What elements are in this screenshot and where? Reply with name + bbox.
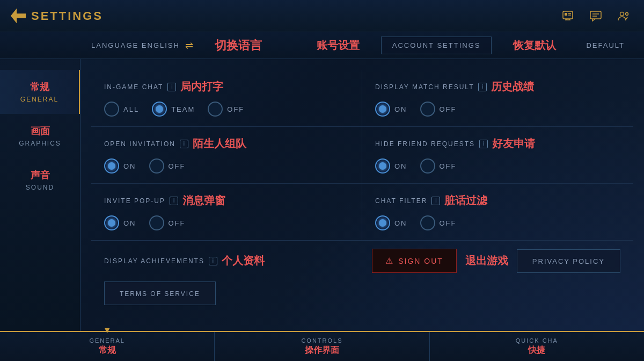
in-game-chat-label: IN-GAME CHAT [104, 83, 163, 91]
language-label: LANGUAGE ENGLISH [91, 41, 180, 49]
radio-invitation-off[interactable]: OFF [149, 158, 186, 174]
radio-invitation-on[interactable]: ON [104, 158, 136, 174]
radio-display-off-label: OFF [440, 105, 457, 113]
hide-friend-annotation: 好友申请 [492, 136, 535, 151]
display-match-result-cell: DISPLAY MATCH RESULT i 历史战绩 ON OFF [362, 70, 633, 127]
hide-friend-info[interactable]: i [479, 140, 488, 148]
language-switch-icon: ⇌ [185, 40, 193, 52]
radio-popup-off[interactable]: OFF [149, 215, 186, 230]
privacy-policy-button[interactable]: PRIVACY POLICY [517, 249, 620, 273]
open-invitation-label: OPEN INVITATION [104, 140, 175, 148]
radio-hide-friend-on-label: ON [394, 162, 407, 170]
radio-hide-friend-off[interactable]: OFF [420, 158, 457, 174]
open-invitation-options: ON OFF [104, 158, 349, 174]
radio-all-label: ALL [123, 105, 139, 113]
sidebar-graphics-annotation: 画面 [31, 125, 50, 138]
privacy-policy-label: PRIVACY POLICY [532, 257, 605, 265]
in-game-chat-info[interactable]: i [167, 83, 176, 91]
open-invitation-annotation: 陌生人组队 [193, 136, 246, 151]
sign-out-annotation: 退出游戏 [465, 254, 508, 268]
tab-controls[interactable]: CONTROLS 操作界面 [215, 332, 429, 361]
sidebar-sound-annotation: 声音 [31, 169, 50, 182]
radio-invitation-off-circle [149, 158, 164, 174]
radio-all[interactable]: ALL [104, 102, 139, 117]
sign-out-button[interactable]: ⚠ SIGN OUT [372, 249, 457, 273]
sidebar-graphics-label: GRAPHICS [19, 140, 61, 147]
radio-filter-on-label: ON [394, 219, 407, 227]
back-icon [11, 9, 26, 24]
terms-of-service-label: TERMS OF SERVICE [120, 290, 200, 298]
sidebar-general-label: GENERAL [20, 96, 58, 103]
page-title: SETTINGS [31, 9, 103, 23]
header: SETTINGS [0, 0, 644, 32]
terms-of-service-button[interactable]: TERMS OF SERVICE [104, 281, 216, 305]
radio-popup-on-circle [104, 215, 119, 230]
invite-popup-info[interactable]: i [170, 197, 178, 205]
invite-popup-annotation: 消息弹窗 [182, 193, 225, 208]
radio-off-label: OFF [227, 105, 244, 113]
open-invitation-info[interactable]: i [180, 140, 188, 148]
tab-general-annotation: 常规 [99, 345, 116, 356]
radio-all-circle [104, 102, 119, 117]
header-icons [558, 6, 633, 26]
radio-display-on[interactable]: ON [375, 102, 407, 117]
display-achievements-annotation: 个人资料 [222, 254, 265, 268]
hide-friend-options: ON OFF [375, 158, 620, 174]
invite-popup-label: INVITE POP-UP [104, 197, 165, 205]
tab-controls-annotation: 操作界面 [305, 345, 339, 356]
warning-icon: ⚠ [385, 256, 393, 266]
friends-icon-btn[interactable] [614, 6, 633, 26]
language-bar: LANGUAGE ENGLISH ⇌ 切换语言 账号设置 ACCOUNT SET… [0, 32, 644, 59]
account-settings-button[interactable]: ACCOUNT SETTINGS [381, 37, 492, 54]
account-settings-annotation: 账号设置 [317, 38, 360, 53]
radio-invitation-off-label: OFF [169, 162, 186, 170]
sidebar-item-general[interactable]: 常规 GENERAL [0, 70, 80, 114]
account-settings-label: ACCOUNT SETTINGS [392, 41, 481, 49]
tab-general[interactable]: ▼ GENERAL 常规 [0, 332, 215, 361]
radio-team-circle [152, 102, 167, 117]
sidebar-item-graphics[interactable]: 画面 GRAPHICS [0, 114, 80, 158]
back-button[interactable]: SETTINGS [11, 9, 103, 24]
tab-quick-chat[interactable]: QUICK CHA 快捷 [430, 332, 644, 361]
invite-popup-options: ON OFF [104, 215, 349, 230]
default-button[interactable]: DEFAULT [577, 39, 633, 52]
sidebar-sound-label: SOUND [26, 184, 54, 191]
display-achievements-section: DISPLAY ACHIEVEMENTS i 个人资料 [104, 254, 265, 268]
language-selector[interactable]: LANGUAGE ENGLISH ⇌ [91, 40, 193, 52]
radio-off[interactable]: OFF [208, 102, 244, 117]
display-match-info[interactable]: i [478, 83, 487, 91]
bottom-row: DISPLAY ACHIEVEMENTS i 个人资料 ⚠ SIGN OUT 退… [91, 241, 633, 313]
main-layout: 常规 GENERAL 画面 GRAPHICS 声音 SOUND IN-GAME … [0, 59, 644, 331]
radio-filter-on-circle [375, 215, 390, 230]
radio-hide-friend-on[interactable]: ON [375, 158, 407, 174]
tab-quick-chat-annotation: 快捷 [528, 345, 545, 356]
tab-general-label: GENERAL [89, 337, 125, 344]
radio-hide-friend-off-label: OFF [440, 162, 457, 170]
content-area: IN-GAME CHAT i 局内打字 ALL TEAM OFF [80, 59, 644, 331]
chat-filter-annotation: 脏话过滤 [444, 193, 487, 208]
display-achievements-info[interactable]: i [209, 257, 217, 265]
svg-rect-0 [563, 11, 573, 19]
sidebar-general-annotation: 常规 [30, 81, 49, 93]
sidebar-item-sound[interactable]: 声音 SOUND [0, 158, 80, 202]
sign-out-label: SIGN OUT [398, 257, 443, 265]
radio-filter-off-circle [420, 215, 435, 230]
radio-display-off[interactable]: OFF [420, 102, 457, 117]
open-invitation-cell: OPEN INVITATION i 陌生人组队 ON OFF [91, 127, 362, 184]
in-game-chat-options: ALL TEAM OFF [104, 102, 349, 117]
radio-filter-off[interactable]: OFF [420, 215, 457, 230]
sidebar: 常规 GENERAL 画面 GRAPHICS 声音 SOUND [0, 59, 80, 331]
chat-filter-options: ON OFF [375, 215, 620, 230]
radio-display-off-circle [420, 102, 435, 117]
radio-filter-on[interactable]: ON [375, 215, 407, 230]
radio-team-label: TEAM [171, 105, 195, 113]
profile-icon-btn[interactable] [558, 6, 577, 26]
display-achievements-label: DISPLAY ACHIEVEMENTS [104, 257, 204, 265]
display-match-annotation: 历史战绩 [491, 80, 534, 94]
radio-team[interactable]: TEAM [152, 102, 195, 117]
chat-icon-btn[interactable] [586, 6, 605, 26]
radio-hide-friend-off-circle [420, 158, 435, 174]
radio-popup-on[interactable]: ON [104, 215, 136, 230]
radio-filter-off-label: OFF [440, 219, 457, 227]
chat-filter-info[interactable]: i [431, 197, 440, 205]
